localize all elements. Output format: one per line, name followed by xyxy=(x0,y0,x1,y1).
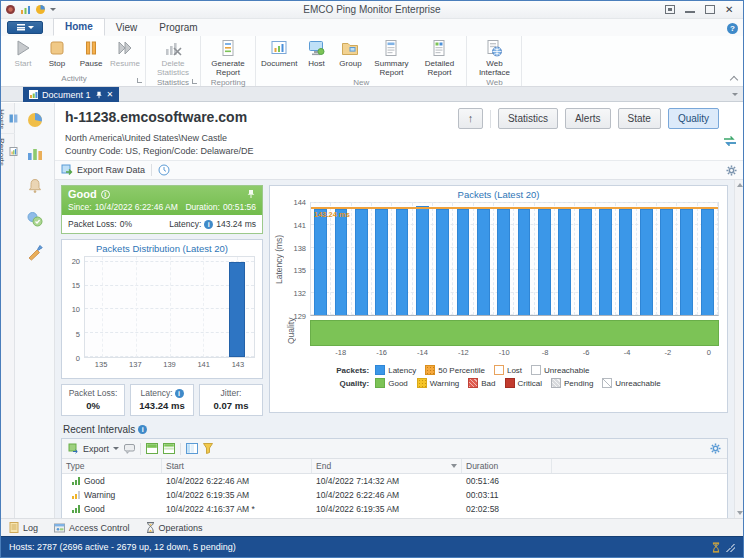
tab-home[interactable]: Home xyxy=(53,18,105,36)
new-group-button[interactable]: Group xyxy=(333,37,367,69)
collapse-rows-icon[interactable] xyxy=(163,443,175,454)
tab-view[interactable]: View xyxy=(105,20,149,36)
access-control-tab[interactable]: Access Control xyxy=(54,523,130,533)
legend-item: Unreachable xyxy=(531,365,589,375)
overview-pie-icon[interactable] xyxy=(26,111,44,129)
group-label-activity: Activity xyxy=(6,74,142,86)
expand-rows-icon[interactable] xyxy=(146,443,158,454)
new-host-button[interactable]: Host xyxy=(299,37,333,69)
column-header-start[interactable]: Start xyxy=(162,459,312,473)
alerts-bell-icon[interactable] xyxy=(26,177,44,195)
web-interface-button[interactable]: Web Interface xyxy=(470,37,518,78)
column-header-type[interactable]: Type xyxy=(62,459,162,473)
statistics-dialog-launcher-icon[interactable] xyxy=(192,79,197,84)
packets-chart-title: Packets (Latest 20) xyxy=(270,186,727,202)
panel-options-gear-icon[interactable] xyxy=(726,165,737,176)
statistics-bars-icon[interactable] xyxy=(26,144,44,162)
minimize-button[interactable] xyxy=(685,6,695,13)
new-document-button[interactable]: Document xyxy=(259,37,299,69)
legend-item: Good xyxy=(375,378,408,388)
document-tab[interactable]: Document 1 xyxy=(23,87,119,102)
intervals-gear-icon[interactable] xyxy=(710,443,721,454)
dist-plot xyxy=(84,256,255,358)
vertical-scrollbar[interactable] xyxy=(734,180,743,518)
pause-button[interactable]: Pause xyxy=(74,37,108,69)
column-header-duration[interactable]: Duration xyxy=(462,459,552,473)
help-icon[interactable] xyxy=(727,23,738,34)
scroll-up-icon[interactable] xyxy=(737,183,743,187)
table-row[interactable]: Good10/4/2022 6:22:46 AM10/4/2022 7:14:3… xyxy=(62,474,727,488)
column-header-end[interactable]: End xyxy=(312,459,462,473)
tab-list-dropdown-icon[interactable] xyxy=(732,93,738,96)
choose-columns-icon[interactable] xyxy=(186,443,198,454)
maximize-button[interactable] xyxy=(705,5,715,14)
legend-label: Unreachable xyxy=(615,379,660,388)
chart-legend: Packets: Latency50 PercentileLostUnreach… xyxy=(270,359,727,392)
operations-tab[interactable]: Operations xyxy=(146,522,203,533)
activity-dialog-launcher-icon[interactable] xyxy=(137,78,142,83)
state-icon[interactable] xyxy=(26,210,44,228)
start-icon xyxy=(13,38,33,58)
legend-item: Pending xyxy=(551,378,593,388)
latency-info-icon[interactable] xyxy=(204,220,213,229)
scroll-down-icon[interactable] xyxy=(737,511,743,515)
collapse-ribbon-icon[interactable] xyxy=(730,76,738,84)
filter-icon[interactable] xyxy=(203,443,213,454)
v-gridline xyxy=(203,257,204,357)
intervals-export-button[interactable]: Export xyxy=(68,443,119,454)
statistics-view-button[interactable]: Statistics xyxy=(498,108,558,129)
legend-item: Unreachable xyxy=(602,378,660,388)
state-value: Good xyxy=(68,188,97,200)
history-clock-icon[interactable] xyxy=(158,164,170,176)
interval-duration-cell: 02:02:58 xyxy=(462,504,552,514)
state-view-button[interactable]: State xyxy=(618,108,661,129)
stop-button[interactable]: Stop xyxy=(40,37,74,69)
export-raw-data-button[interactable]: Export Raw Data xyxy=(61,164,145,176)
chart-quick-icon[interactable] xyxy=(20,4,31,15)
pin-panel-icon[interactable] xyxy=(246,189,256,199)
alerts-view-button[interactable]: Alerts xyxy=(565,108,611,129)
app-logo-icon xyxy=(5,4,16,15)
latency-bar xyxy=(701,209,714,315)
dist-xaxis: 135137139141143 xyxy=(84,358,255,371)
sync-icon[interactable] xyxy=(723,135,737,147)
state-info-icon[interactable] xyxy=(101,190,110,199)
close-button[interactable] xyxy=(725,5,735,14)
x-tick-label: 141 xyxy=(197,360,210,369)
comment-icon[interactable] xyxy=(124,444,135,454)
application-menu-button[interactable] xyxy=(7,21,43,34)
recent-intervals-title: Recent Intervals xyxy=(63,424,728,435)
pin-icon[interactable] xyxy=(95,91,103,99)
quality-view-button[interactable]: Quality xyxy=(668,108,719,129)
jitter-box: Jitter: 0.07 ms xyxy=(199,384,263,416)
close-tab-icon[interactable] xyxy=(107,91,114,99)
detailed-report-button[interactable]: Detailed Report xyxy=(415,37,463,78)
summary-report-button[interactable]: Summary Report xyxy=(367,37,415,78)
qat-dropdown-icon[interactable] xyxy=(50,8,56,11)
latency-bar-slot xyxy=(413,203,433,315)
quality-brush-icon[interactable] xyxy=(26,243,44,261)
unreachable-q-swatch-icon xyxy=(602,378,612,388)
access-control-icon xyxy=(54,523,65,533)
sidebar-item-hosts-label: Hosts xyxy=(0,109,6,129)
log-tab[interactable]: Log xyxy=(9,522,38,533)
ribbon-tab-row: Home View Program xyxy=(1,19,743,36)
new-host-icon xyxy=(306,38,326,58)
table-row[interactable]: Warning10/4/2022 6:19:35 AM10/4/2022 6:2… xyxy=(62,488,727,502)
collapse-header-button[interactable] xyxy=(458,108,483,129)
jitter-box-value: 0.07 ms xyxy=(200,400,262,411)
pie-quick-icon[interactable] xyxy=(35,4,46,15)
legend-label: Critical xyxy=(518,379,542,388)
window-pin-icon[interactable] xyxy=(665,5,675,14)
generate-report-button[interactable]: Generate Report xyxy=(204,37,252,78)
latency-box: Latency: 143.24 ms xyxy=(130,384,194,416)
recent-intervals-panel: Export T xyxy=(61,438,728,518)
bad-swatch-icon xyxy=(468,378,478,388)
resize-grip[interactable] xyxy=(726,543,735,552)
latency-bar xyxy=(375,209,388,315)
recent-intervals-info-icon[interactable] xyxy=(138,425,147,434)
tab-program[interactable]: Program xyxy=(148,20,208,36)
table-row[interactable]: Good10/4/2022 4:16:37 AM *10/4/2022 6:19… xyxy=(62,502,727,516)
dist-yticks: 05101520 xyxy=(64,256,84,358)
latency-box-info-icon[interactable] xyxy=(175,389,184,398)
